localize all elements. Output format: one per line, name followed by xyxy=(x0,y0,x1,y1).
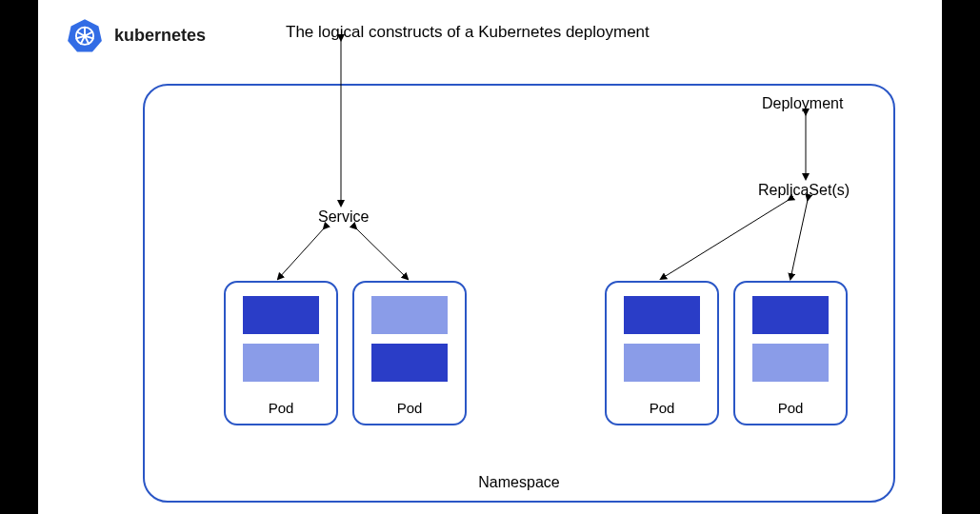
slide: kubernetes The logical constructs of a K… xyxy=(38,0,942,514)
pod-label: Pod xyxy=(269,400,294,416)
deployment-label: Deployment xyxy=(762,95,843,112)
container-block xyxy=(371,344,448,382)
pod-box: Pod xyxy=(352,281,467,425)
container-block xyxy=(624,296,700,334)
pod-label: Pod xyxy=(650,400,675,416)
container-block xyxy=(371,296,448,334)
container-block xyxy=(243,344,319,382)
pod-label: Pod xyxy=(778,400,804,416)
service-label: Service xyxy=(318,208,369,226)
header: kubernetes xyxy=(67,17,206,53)
slide-title: The logical constructs of a Kubernetes d… xyxy=(286,23,650,42)
container-block xyxy=(752,344,829,382)
pod-label: Pod xyxy=(397,400,423,416)
brand-text: kubernetes xyxy=(114,26,206,46)
replicaset-label: ReplicaSet(s) xyxy=(758,182,850,199)
pod-box: Pod xyxy=(733,281,848,425)
pod-box: Pod xyxy=(224,281,338,425)
namespace-label: Namespace xyxy=(145,474,893,491)
container-block xyxy=(752,296,829,334)
container-block xyxy=(243,296,319,334)
container-block xyxy=(624,344,700,382)
pod-box: Pod xyxy=(605,281,719,425)
kubernetes-logo-icon xyxy=(67,17,103,53)
